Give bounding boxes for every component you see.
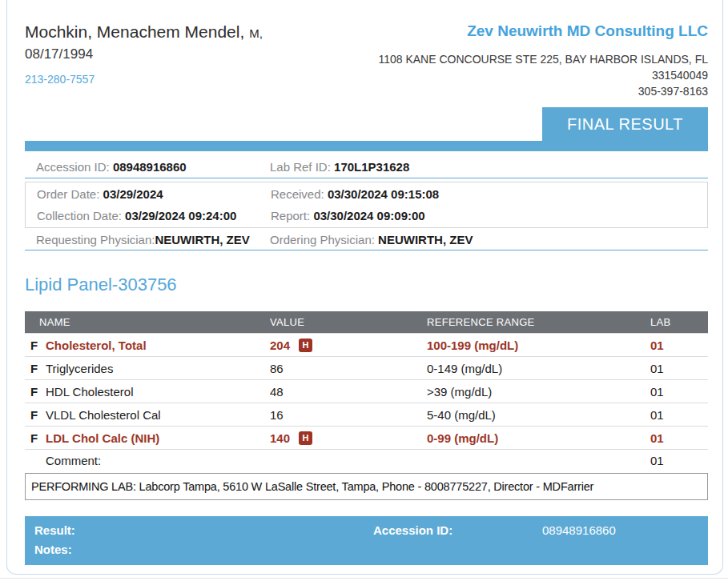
final-result-banner: FINAL RESULT <box>542 107 708 141</box>
ordering-physician-field: Ordering Physician: NEUWIRTH, ZEV <box>259 233 708 246</box>
footer-accession-label: Accession ID: <box>373 523 452 537</box>
lab-ref-id-label: Lab Ref ID: <box>270 160 331 174</box>
footer-accession-value: 08948916860 <box>542 523 616 537</box>
reference-range: 0-99 (mg/dL) <box>427 431 650 445</box>
lab-code: 01 <box>650 454 708 467</box>
footer-banner: Result: Accession ID: 08948916860 Notes: <box>25 516 708 565</box>
lab-code: 01 <box>650 339 708 352</box>
results-table: NAME VALUE REFERENCE RANGE LAB F Cholest… <box>25 311 708 471</box>
lab-code: 01 <box>650 408 708 422</box>
column-header-value: VALUE <box>270 316 427 328</box>
received-value: 03/30/2024 09:15:08 <box>328 187 439 201</box>
requesting-physician-value: NEUWIRTH, ZEV <box>155 233 249 246</box>
result-row-hdl-cholesterol: F HDL Cholesterol 48 >39 (mg/dL) 01 <box>25 379 708 403</box>
test-value: 140 <box>270 431 290 445</box>
order-date-label: Order Date: <box>37 187 99 201</box>
requesting-physician-label: Requesting Physician: <box>36 233 155 246</box>
physician-row: Requesting Physician:NEUWIRTH, ZEV Order… <box>25 230 708 250</box>
clinic-address-line-2: 331540049 <box>378 67 708 83</box>
requesting-physician-field: Requesting Physician:NEUWIRTH, ZEV <box>25 233 259 246</box>
test-value-cell: 86 <box>270 362 427 375</box>
fasting-flag: F <box>25 339 46 352</box>
clinic-block: Zev Neuwirth MD Consulting LLC 1108 KANE… <box>378 22 708 107</box>
performing-lab-note: PERFORMING LAB: Labcorp Tampa, 5610 W La… <box>25 473 708 500</box>
patient-sex: M, <box>249 26 263 40</box>
patient-name: Mochkin, Menachem Mendel, M, <box>25 22 263 43</box>
bottom-divider <box>0 578 728 579</box>
result-row-ldl-chol-calc: F LDL Chol Calc (NIH) 140 H 0-99 (mg/dL)… <box>25 426 708 449</box>
report-value: 03/30/2024 09:09:00 <box>313 209 424 222</box>
order-date-value: 03/29/2024 <box>103 187 163 201</box>
footer-notes-row: Notes: <box>25 543 708 556</box>
report-label: Report: <box>271 209 310 222</box>
collection-date-value: 03/29/2024 09:24:00 <box>125 209 236 222</box>
report-page-card: Mochkin, Menachem Mendel, M, 08/17/1994 … <box>6 0 723 575</box>
footer-result-row: Result: Accession ID: 08948916860 <box>25 523 708 537</box>
result-label: Result: <box>34 523 75 537</box>
clinic-name: Zev Neuwirth MD Consulting LLC <box>378 22 708 40</box>
collection-date-label: Collection Date: <box>37 209 122 222</box>
lab-code: 01 <box>650 362 708 375</box>
result-row-vldl-cholesterol: F VLDL Cholesterol Cal 16 5-40 (mg/dL) 0… <box>25 403 708 426</box>
reference-range: 100-199 (mg/dL) <box>427 339 650 352</box>
accession-row: Accession ID: 08948916860 Lab Ref ID: 17… <box>25 156 708 178</box>
order-received-row: Order Date: 03/29/2024 Received: 03/30/2… <box>26 187 707 201</box>
comment-row: Comment: 01 <box>25 449 708 471</box>
test-value-cell: 140 H <box>270 431 427 445</box>
lab-code: 01 <box>650 385 708 399</box>
test-value: 86 <box>270 362 284 375</box>
accent-stripe <box>25 141 708 151</box>
notes-label: Notes: <box>34 543 72 556</box>
table-header-row: NAME VALUE REFERENCE RANGE LAB <box>25 311 708 333</box>
panel-title: Lipid Panel-303756 <box>25 274 708 295</box>
report-field: Report: 03/30/2024 09:09:00 <box>259 209 707 222</box>
collection-date-field: Collection Date: 03/29/2024 09:24:00 <box>26 209 259 222</box>
collection-report-row: Collection Date: 03/29/2024 09:24:00 Rep… <box>26 209 707 222</box>
lab-code: 01 <box>650 431 708 445</box>
dates-box: Order Date: 03/29/2024 Received: 03/30/2… <box>25 182 708 228</box>
high-flag-badge: H <box>299 431 312 445</box>
page-header: Mochkin, Menachem Mendel, M, 08/17/1994 … <box>25 22 708 107</box>
received-label: Received: <box>271 187 324 201</box>
fasting-flag: F <box>25 431 46 445</box>
patient-block: Mochkin, Menachem Mendel, M, 08/17/1994 … <box>25 22 263 107</box>
comment-label: Comment: <box>46 454 270 467</box>
patient-dob: 08/17/1994 <box>25 46 263 62</box>
clinic-address-line-1: 1108 KANE CONCOURSE STE 225, BAY HARBOR … <box>378 51 708 67</box>
test-value-cell: 204 H <box>270 339 427 352</box>
fasting-flag: F <box>25 385 46 399</box>
received-field: Received: 03/30/2024 09:15:08 <box>259 187 707 201</box>
patient-phone-link[interactable]: 213-280-7557 <box>25 73 95 86</box>
test-name: HDL Cholesterol <box>46 385 270 399</box>
test-value: 204 <box>270 339 290 352</box>
accession-id-field: Accession ID: 08948916860 <box>25 160 259 174</box>
reference-range: 5-40 (mg/dL) <box>427 408 650 422</box>
result-row-cholesterol-total: F Cholesterol, Total 204 H 100-199 (mg/d… <box>25 333 708 356</box>
accession-id-value: 08948916860 <box>113 160 187 174</box>
column-header-name: NAME <box>25 316 270 328</box>
test-value-cell: 48 <box>270 385 427 399</box>
ordering-physician-value: NEUWIRTH, ZEV <box>378 233 473 246</box>
lab-ref-id-field: Lab Ref ID: 170L1P31628 <box>259 160 708 174</box>
test-name: Triglycerides <box>46 362 270 375</box>
test-name: VLDL Cholesterol Cal <box>46 408 270 422</box>
high-flag-badge: H <box>299 339 312 352</box>
column-header-lab: LAB <box>650 316 708 328</box>
test-name: Cholesterol, Total <box>46 339 270 352</box>
fasting-flag: F <box>25 362 46 375</box>
test-value: 16 <box>270 408 284 422</box>
reference-range: >39 (mg/dL) <box>427 385 650 399</box>
ordering-physician-label: Ordering Physician: <box>270 233 375 246</box>
result-row-triglycerides: F Triglycerides 86 0-149 (mg/dL) 01 <box>25 356 708 379</box>
lab-ref-id-value: 170L1P31628 <box>334 160 409 174</box>
test-value-cell: 16 <box>270 408 427 422</box>
reference-range: 0-149 (mg/dL) <box>427 362 650 375</box>
column-header-range: REFERENCE RANGE <box>427 316 650 328</box>
test-name: LDL Chol Calc (NIH) <box>46 431 270 445</box>
accession-id-label: Accession ID: <box>36 160 110 174</box>
patient-full-name: Mochkin, Menachem Mendel, <box>25 22 244 41</box>
clinic-address-line-3: 305-397-8163 <box>378 83 708 99</box>
test-value: 48 <box>270 385 284 399</box>
fasting-flag: F <box>25 408 46 422</box>
order-date-field: Order Date: 03/29/2024 <box>26 187 259 201</box>
